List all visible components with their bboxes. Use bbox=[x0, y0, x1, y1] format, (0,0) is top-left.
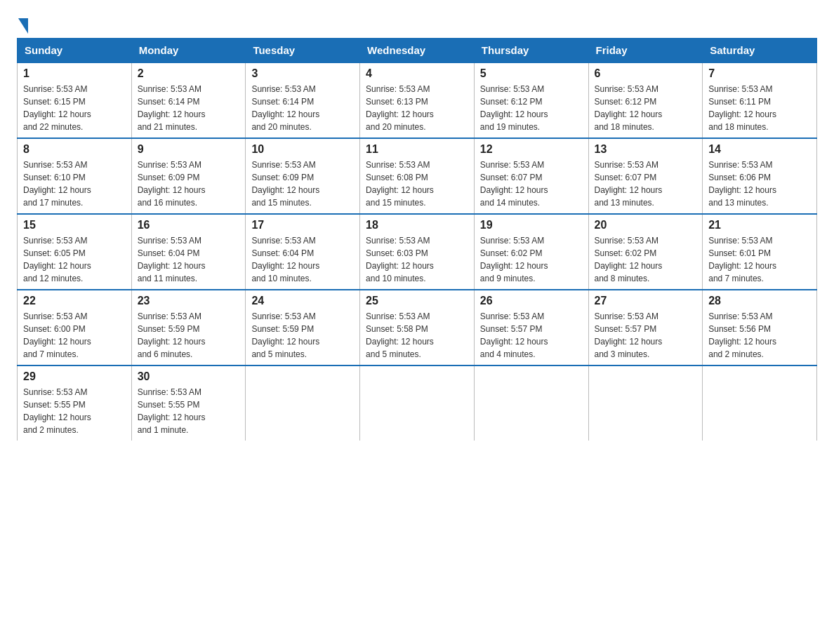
day-info: Sunrise: 5:53 AM Sunset: 6:12 PM Dayligh… bbox=[595, 83, 697, 133]
day-number: 11 bbox=[366, 143, 468, 156]
day-info: Sunrise: 5:53 AM Sunset: 6:10 PM Dayligh… bbox=[23, 159, 126, 209]
calendar-day-cell: 30 Sunrise: 5:53 AM Sunset: 5:55 PM Dayl… bbox=[131, 365, 246, 441]
calendar-day-cell: 23 Sunrise: 5:53 AM Sunset: 5:59 PM Dayl… bbox=[131, 290, 246, 365]
day-number: 12 bbox=[480, 143, 583, 156]
day-number: 21 bbox=[708, 219, 811, 232]
day-info: Sunrise: 5:53 AM Sunset: 6:00 PM Dayligh… bbox=[23, 310, 126, 361]
calendar-day-cell bbox=[360, 365, 475, 441]
day-info: Sunrise: 5:53 AM Sunset: 6:14 PM Dayligh… bbox=[138, 83, 240, 133]
weekday-header-row: SundayMondayTuesdayWednesdayThursdayFrid… bbox=[18, 39, 817, 63]
day-number: 20 bbox=[595, 219, 697, 232]
calendar-day-cell: 25 Sunrise: 5:53 AM Sunset: 5:58 PM Dayl… bbox=[360, 290, 475, 365]
day-number: 23 bbox=[138, 295, 240, 307]
day-number: 28 bbox=[708, 295, 811, 307]
calendar-day-cell: 27 Sunrise: 5:53 AM Sunset: 5:57 PM Dayl… bbox=[588, 290, 703, 365]
day-number: 10 bbox=[251, 143, 354, 156]
weekday-header-friday: Friday bbox=[588, 39, 703, 63]
calendar-day-cell: 14 Sunrise: 5:53 AM Sunset: 6:06 PM Dayl… bbox=[703, 138, 817, 214]
calendar-day-cell: 21 Sunrise: 5:53 AM Sunset: 6:01 PM Dayl… bbox=[703, 214, 817, 290]
logo bbox=[17, 17, 28, 31]
day-number: 25 bbox=[366, 295, 468, 307]
day-number: 1 bbox=[23, 67, 126, 80]
weekday-header-sunday: Sunday bbox=[18, 39, 132, 63]
day-info: Sunrise: 5:53 AM Sunset: 6:03 PM Dayligh… bbox=[366, 234, 468, 285]
calendar-day-cell: 1 Sunrise: 5:53 AM Sunset: 6:15 PM Dayli… bbox=[18, 62, 132, 138]
day-number: 14 bbox=[708, 143, 811, 156]
day-number: 9 bbox=[138, 143, 240, 156]
calendar-day-cell: 9 Sunrise: 5:53 AM Sunset: 6:09 PM Dayli… bbox=[131, 138, 246, 214]
day-info: Sunrise: 5:53 AM Sunset: 5:57 PM Dayligh… bbox=[480, 310, 583, 361]
day-info: Sunrise: 5:53 AM Sunset: 6:02 PM Dayligh… bbox=[480, 234, 583, 285]
day-number: 19 bbox=[480, 219, 583, 232]
day-number: 22 bbox=[23, 295, 126, 307]
day-info: Sunrise: 5:53 AM Sunset: 6:08 PM Dayligh… bbox=[366, 159, 468, 209]
day-info: Sunrise: 5:53 AM Sunset: 6:07 PM Dayligh… bbox=[480, 159, 583, 209]
calendar-day-cell: 24 Sunrise: 5:53 AM Sunset: 5:59 PM Dayl… bbox=[246, 290, 360, 365]
calendar-day-cell: 8 Sunrise: 5:53 AM Sunset: 6:10 PM Dayli… bbox=[18, 138, 132, 214]
day-info: Sunrise: 5:53 AM Sunset: 6:07 PM Dayligh… bbox=[595, 159, 697, 209]
weekday-header-saturday: Saturday bbox=[703, 39, 817, 63]
calendar-day-cell bbox=[588, 365, 703, 441]
day-info: Sunrise: 5:53 AM Sunset: 6:14 PM Dayligh… bbox=[251, 83, 354, 133]
day-info: Sunrise: 5:53 AM Sunset: 6:12 PM Dayligh… bbox=[480, 83, 583, 133]
day-info: Sunrise: 5:53 AM Sunset: 5:55 PM Dayligh… bbox=[23, 386, 126, 436]
calendar-week-row: 22 Sunrise: 5:53 AM Sunset: 6:00 PM Dayl… bbox=[18, 290, 817, 365]
calendar-day-cell: 12 Sunrise: 5:53 AM Sunset: 6:07 PM Dayl… bbox=[474, 138, 588, 214]
weekday-header-tuesday: Tuesday bbox=[246, 39, 360, 63]
calendar-day-cell: 5 Sunrise: 5:53 AM Sunset: 6:12 PM Dayli… bbox=[474, 62, 588, 138]
calendar-day-cell: 26 Sunrise: 5:53 AM Sunset: 5:57 PM Dayl… bbox=[474, 290, 588, 365]
weekday-header-wednesday: Wednesday bbox=[360, 39, 475, 63]
calendar-day-cell: 18 Sunrise: 5:53 AM Sunset: 6:03 PM Dayl… bbox=[360, 214, 475, 290]
day-number: 17 bbox=[251, 219, 354, 232]
day-number: 5 bbox=[480, 67, 583, 80]
day-info: Sunrise: 5:53 AM Sunset: 6:04 PM Dayligh… bbox=[138, 234, 240, 285]
calendar-day-cell bbox=[246, 365, 360, 441]
day-number: 18 bbox=[366, 219, 468, 232]
calendar-week-row: 1 Sunrise: 5:53 AM Sunset: 6:15 PM Dayli… bbox=[18, 62, 817, 138]
calendar-day-cell: 7 Sunrise: 5:53 AM Sunset: 6:11 PM Dayli… bbox=[703, 62, 817, 138]
day-number: 30 bbox=[138, 370, 240, 383]
day-number: 4 bbox=[366, 67, 468, 80]
calendar-table: SundayMondayTuesdayWednesdayThursdayFrid… bbox=[17, 38, 817, 441]
day-info: Sunrise: 5:53 AM Sunset: 6:01 PM Dayligh… bbox=[708, 234, 811, 285]
day-number: 16 bbox=[138, 219, 240, 232]
calendar-day-cell: 17 Sunrise: 5:53 AM Sunset: 6:04 PM Dayl… bbox=[246, 214, 360, 290]
calendar-week-row: 29 Sunrise: 5:53 AM Sunset: 5:55 PM Dayl… bbox=[18, 365, 817, 441]
day-info: Sunrise: 5:53 AM Sunset: 5:56 PM Dayligh… bbox=[708, 310, 811, 361]
day-info: Sunrise: 5:53 AM Sunset: 6:15 PM Dayligh… bbox=[23, 83, 126, 133]
day-info: Sunrise: 5:53 AM Sunset: 6:05 PM Dayligh… bbox=[23, 234, 126, 285]
calendar-day-cell: 19 Sunrise: 5:53 AM Sunset: 6:02 PM Dayl… bbox=[474, 214, 588, 290]
day-number: 7 bbox=[708, 67, 811, 80]
day-info: Sunrise: 5:53 AM Sunset: 6:04 PM Dayligh… bbox=[251, 234, 354, 285]
calendar-day-cell: 13 Sunrise: 5:53 AM Sunset: 6:07 PM Dayl… bbox=[588, 138, 703, 214]
day-info: Sunrise: 5:53 AM Sunset: 6:06 PM Dayligh… bbox=[708, 159, 811, 209]
day-info: Sunrise: 5:53 AM Sunset: 6:13 PM Dayligh… bbox=[366, 83, 468, 133]
weekday-header-thursday: Thursday bbox=[474, 39, 588, 63]
day-info: Sunrise: 5:53 AM Sunset: 6:11 PM Dayligh… bbox=[708, 83, 811, 133]
calendar-day-cell: 20 Sunrise: 5:53 AM Sunset: 6:02 PM Dayl… bbox=[588, 214, 703, 290]
day-info: Sunrise: 5:53 AM Sunset: 6:02 PM Dayligh… bbox=[595, 234, 697, 285]
day-number: 26 bbox=[480, 295, 583, 307]
calendar-day-cell: 28 Sunrise: 5:53 AM Sunset: 5:56 PM Dayl… bbox=[703, 290, 817, 365]
calendar-week-row: 8 Sunrise: 5:53 AM Sunset: 6:10 PM Dayli… bbox=[18, 138, 817, 214]
calendar-day-cell bbox=[474, 365, 588, 441]
day-number: 8 bbox=[23, 143, 126, 156]
calendar-week-row: 15 Sunrise: 5:53 AM Sunset: 6:05 PM Dayl… bbox=[18, 214, 817, 290]
day-info: Sunrise: 5:53 AM Sunset: 5:59 PM Dayligh… bbox=[138, 310, 240, 361]
logo-triangle-icon bbox=[18, 18, 28, 34]
calendar-day-cell bbox=[703, 365, 817, 441]
calendar-day-cell: 3 Sunrise: 5:53 AM Sunset: 6:14 PM Dayli… bbox=[246, 62, 360, 138]
day-info: Sunrise: 5:53 AM Sunset: 5:59 PM Dayligh… bbox=[251, 310, 354, 361]
calendar-day-cell: 2 Sunrise: 5:53 AM Sunset: 6:14 PM Dayli… bbox=[131, 62, 246, 138]
calendar-day-cell: 16 Sunrise: 5:53 AM Sunset: 6:04 PM Dayl… bbox=[131, 214, 246, 290]
day-number: 27 bbox=[595, 295, 697, 307]
day-info: Sunrise: 5:53 AM Sunset: 5:57 PM Dayligh… bbox=[595, 310, 697, 361]
day-info: Sunrise: 5:53 AM Sunset: 6:09 PM Dayligh… bbox=[138, 159, 240, 209]
calendar-day-cell: 10 Sunrise: 5:53 AM Sunset: 6:09 PM Dayl… bbox=[246, 138, 360, 214]
calendar-day-cell: 6 Sunrise: 5:53 AM Sunset: 6:12 PM Dayli… bbox=[588, 62, 703, 138]
day-number: 3 bbox=[251, 67, 354, 80]
day-number: 13 bbox=[595, 143, 697, 156]
calendar-day-cell: 22 Sunrise: 5:53 AM Sunset: 6:00 PM Dayl… bbox=[18, 290, 132, 365]
day-info: Sunrise: 5:53 AM Sunset: 5:58 PM Dayligh… bbox=[366, 310, 468, 361]
day-number: 6 bbox=[595, 67, 697, 80]
